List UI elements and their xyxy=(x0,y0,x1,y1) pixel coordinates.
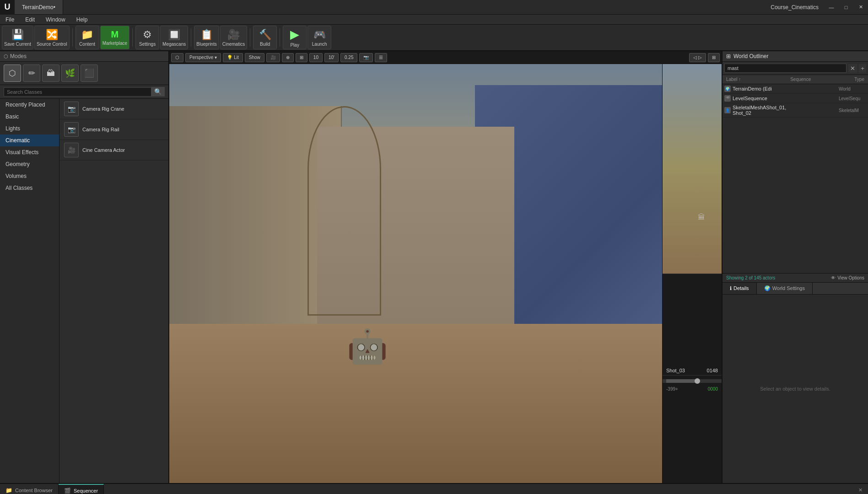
mode-geometry[interactable]: ⬛ xyxy=(81,64,98,82)
settings-button[interactable]: ⚙ Settings xyxy=(135,26,159,49)
menu-file[interactable]: File xyxy=(4,16,16,24)
cat-visual-effects[interactable]: Visual Effects xyxy=(0,146,59,158)
menu-help[interactable]: Help xyxy=(75,16,90,24)
perspective-label: Perspective xyxy=(189,55,213,60)
launch-icon: 🎮 xyxy=(313,29,326,41)
perspective-dropdown[interactable]: Perspective ▾ xyxy=(185,53,221,62)
camera-btn[interactable]: 🎥 xyxy=(266,53,280,62)
search-classes-input[interactable] xyxy=(4,87,151,97)
menu-window[interactable]: Window xyxy=(44,16,67,24)
terrain-icon: 🌍 xyxy=(724,86,731,92)
content-button[interactable]: 📁 Content xyxy=(75,26,99,49)
search-classes-button[interactable]: 🔍 xyxy=(151,87,165,97)
transform-tool[interactable]: ⬡ xyxy=(171,53,183,62)
list-item-cine-camera-actor[interactable]: 🎥 Cine Camera Actor xyxy=(59,140,168,161)
col-label[interactable]: Label ↑ xyxy=(724,76,788,83)
content-browser-label: Content Browser xyxy=(15,488,53,493)
outliner-search-clear[interactable]: ✕ xyxy=(848,64,857,73)
outliner-item-terrain[interactable]: 🌍 TerrainDemo (Edi World xyxy=(722,84,868,94)
cine-camera-actor-label: Cine Camera Actor xyxy=(82,147,125,153)
col-type[interactable]: Type xyxy=(852,76,866,83)
maximize-button[interactable]: □ xyxy=(839,0,853,15)
launch-button[interactable]: 🎮 Launch xyxy=(307,26,331,49)
outliner-item-levelseq[interactable]: 🎬 LevelSequence LevelSequ xyxy=(722,94,868,103)
cat-volumes[interactable]: Volumes xyxy=(0,170,59,182)
left-content: Recently Placed Basic Lights Cinematic V… xyxy=(0,99,168,483)
save-current-label: Save Current xyxy=(4,42,31,47)
levelseq-type: LevelSequ xyxy=(839,96,866,101)
grid-value[interactable]: 0.25 xyxy=(340,53,357,62)
angle-value[interactable]: 10' xyxy=(324,53,339,62)
outliner-items-list: 🌍 TerrainDemo (Edi World 🎬 LevelSequence… xyxy=(722,84,868,273)
skeletal-type: SkeletalM xyxy=(839,108,866,113)
cinematics-button[interactable]: 🎥 Cinematics xyxy=(220,26,247,49)
marketplace-button[interactable]: M Marketplace xyxy=(100,26,129,49)
tab-details[interactable]: ℹ Details xyxy=(722,283,757,294)
snap-btn[interactable]: ⊕ xyxy=(282,53,294,62)
lit-icon: 💡 xyxy=(227,55,232,60)
left-panel: ⬡ Modes ⬡ ✏ 🏔 🌿 ⬛ 🔍 Recently Placed Basi… xyxy=(0,51,169,483)
viewport-nav[interactable]: ◁ ▷ xyxy=(689,53,706,62)
viewport-info: Shot_03 0148 -399+ 0000 xyxy=(662,274,722,483)
cat-basic[interactable]: Basic xyxy=(0,111,59,123)
bottom-panel: 📁 Content Browser 🎬 Sequencer ✕ 🎥 💾 🔍 👤 … xyxy=(0,483,868,494)
cat-all-classes[interactable]: All Classes xyxy=(0,182,59,194)
col-sequence[interactable]: Sequence xyxy=(788,76,852,83)
viewport-mini[interactable]: 🏛 xyxy=(662,64,722,274)
viewport-options[interactable]: ☰ xyxy=(375,53,387,62)
content-icon: 📁 xyxy=(81,29,93,41)
list-item-camera-rig-rail[interactable]: 📷 Camera Rig Rail xyxy=(59,119,168,140)
cat-geometry[interactable]: Geometry xyxy=(0,158,59,170)
toolbar-separator-3 xyxy=(191,28,191,47)
terrain-label: TerrainDemo (Edi xyxy=(733,86,798,91)
megascans-button[interactable]: 🔲 Megascans xyxy=(160,26,188,49)
mode-paint[interactable]: ✏ xyxy=(23,64,40,82)
minimize-button[interactable]: — xyxy=(824,0,839,15)
mode-place[interactable]: ⬡ xyxy=(4,64,21,82)
viewport-main[interactable]: 🤖 xyxy=(169,64,662,483)
outliner-search-input[interactable] xyxy=(724,64,846,73)
screenshot-btn[interactable]: 📷 xyxy=(359,53,373,62)
play-button[interactable]: ▶ Play xyxy=(283,26,307,49)
view-options-btn[interactable]: 👁 View Options xyxy=(831,275,864,280)
menu-edit[interactable]: Edit xyxy=(23,16,37,24)
project-tab[interactable]: TerrainDemo• xyxy=(15,0,63,14)
close-button[interactable]: ✕ xyxy=(853,0,868,15)
fov-value[interactable]: 10 xyxy=(309,53,323,62)
viewport-toolbar: ⬡ Perspective ▾ 💡 Lit Show 🎥 ⊕ ⊞ 10 10' … xyxy=(169,51,722,64)
cine-camera-actor-icon: 🎥 xyxy=(64,143,79,157)
list-item-camera-rig-crane[interactable]: 📷 Camera Rig Crane xyxy=(59,99,168,119)
source-control-label: Source Control xyxy=(37,42,67,47)
cat-recently-placed[interactable]: Recently Placed xyxy=(0,99,59,111)
cinematics-icon: 🎥 xyxy=(227,29,240,41)
toolbar-separator-5 xyxy=(280,28,280,47)
cat-lights[interactable]: Lights xyxy=(0,123,59,134)
mode-foliage[interactable]: 🌿 xyxy=(61,64,79,82)
details-tabs: ℹ Details 🌍 World Settings xyxy=(722,283,868,295)
settings-label: Settings xyxy=(139,42,156,47)
eye-icon: 👁 xyxy=(831,275,836,280)
lit-dropdown[interactable]: 💡 Lit xyxy=(223,53,243,62)
tab-sequencer[interactable]: 🎬 Sequencer xyxy=(59,484,104,494)
save-current-button[interactable]: 💾 Save Current xyxy=(2,26,33,49)
skeletal-label: SkeletalMeshAShot_01, Shot_02 xyxy=(733,105,798,116)
build-button[interactable]: 🔨 Build xyxy=(253,26,277,49)
cat-cinematic[interactable]: Cinematic xyxy=(0,134,59,146)
tab-content-browser[interactable]: 📁 Content Browser xyxy=(0,484,59,494)
viewport-grid-toggle[interactable]: ⊞ xyxy=(708,53,720,62)
window-title: Course_Cinematics xyxy=(771,4,824,11)
outliner-search-bar: ✕ + xyxy=(722,62,868,75)
camera-rig-rail-icon: 📷 xyxy=(64,122,79,137)
outliner-icon: ⊞ xyxy=(726,53,731,59)
blueprints-button[interactable]: 📋 Blueprints xyxy=(194,26,219,49)
show-dropdown[interactable]: Show xyxy=(245,53,264,62)
outliner-search-add[interactable]: + xyxy=(859,64,866,73)
grid-toggle[interactable]: ⊞ xyxy=(296,53,307,62)
build-label: Build xyxy=(260,42,270,47)
tab-world-settings[interactable]: 🌍 World Settings xyxy=(757,283,813,294)
mode-landscape[interactable]: 🏔 xyxy=(42,64,59,82)
outliner-item-skeletal[interactable]: 👤 SkeletalMeshAShot_01, Shot_02 Skeletal… xyxy=(722,103,868,118)
mini-char: 🏛 xyxy=(698,213,705,221)
close-bottom-panel[interactable]: ✕ xyxy=(857,485,864,494)
source-control-button[interactable]: 🔀 Source Control xyxy=(34,26,70,49)
